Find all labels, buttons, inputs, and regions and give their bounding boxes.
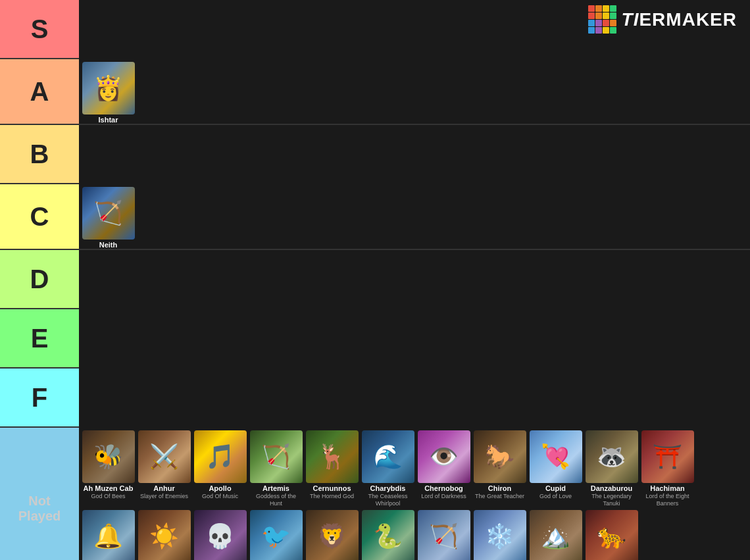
tier-content-f[interactable] — [79, 369, 750, 428]
hero-card-charybdis[interactable]: 🌊CharybdisThe Ceaseless Whirlpool — [360, 429, 416, 509]
tier-content-d[interactable] — [79, 250, 750, 309]
hero-portrait-chernobog: 👁️ — [418, 430, 470, 483]
tier-content-e[interactable] — [79, 309, 750, 369]
hero-name-hachiman: Hachiman — [650, 484, 685, 493]
hero-icon-anhur: ⚔️ — [149, 445, 179, 469]
hero-title-anhur: Slayer of Enemies — [140, 493, 188, 500]
tier-label-e: E — [0, 309, 79, 367]
hero-card-chiron[interactable]: 🐎ChironThe Great Teacher — [472, 429, 528, 501]
hero-portrait-xbalanque: 🐆 — [586, 510, 638, 560]
hero-icon-cernunnos: 🦌 — [317, 445, 347, 469]
hero-name-neith: Neith — [99, 241, 118, 249]
hero-icon-apollo: 🎵 — [205, 445, 235, 469]
hero-icon-houyi: ☀️ — [149, 524, 179, 548]
hero-card-danzaburou[interactable]: 🦝DanzaburouThe Legendary Tanuki — [584, 429, 639, 509]
tier-content-c[interactable]: 🏹NeithWeaver of Fate — [79, 184, 750, 249]
hero-name-cupid: Cupid — [545, 484, 566, 493]
hero-portrait-cernunnos: 🦌 — [306, 430, 359, 483]
tier-content-b[interactable] — [79, 125, 750, 184]
tier-row-b: B — [0, 125, 750, 184]
hero-portrait-jingwei: 🐦 — [250, 510, 303, 560]
hero-portrait-medusa: 🐍 — [362, 510, 414, 560]
tier-label-a: A — [0, 59, 79, 124]
hero-portrait-cupid: 💘 — [530, 430, 582, 483]
hero-icon-danzaburou: 🦝 — [597, 445, 626, 469]
hero-card-anhur[interactable]: ⚔️AnhurSlayer of Enemies — [136, 429, 192, 501]
hero-card-jingwei[interactable]: 🐦Jing WeiThe Oathkeeper — [248, 509, 304, 560]
hero-title-cupid: God of Love — [539, 493, 572, 500]
hero-portrait-martichoras: 🦁 — [306, 510, 359, 560]
hero-card-neith[interactable]: 🏹NeithWeaver of Fate — [80, 186, 136, 258]
hero-icon-charybdis: 🌊 — [373, 445, 403, 469]
hero-title-hachiman: Lord of the Eight Banners — [641, 493, 694, 507]
hero-name-ahmuzen: Ah Muzen Cab — [84, 484, 134, 493]
hero-name-artemis: Artemis — [262, 484, 289, 493]
logo-cell — [610, 13, 616, 19]
logo-cell — [603, 5, 609, 12]
logo-cell — [588, 13, 595, 19]
hero-name-apollo: Apollo — [209, 484, 231, 493]
hero-name-anhur: Anhur — [153, 484, 174, 493]
hero-name-cernunnos: Cernunnos — [312, 484, 351, 493]
tier-label-c: C — [0, 184, 79, 249]
not-played-row: Not Played🐝Ah Muzen CabGod Of Bees⚔️Anhu… — [0, 428, 750, 560]
hero-card-houyi[interactable]: ☀️Hou YiDefender of the Earth — [136, 509, 192, 560]
hero-card-medusa[interactable]: 🐍MedusaThe Gorgon — [360, 509, 416, 560]
hero-card-rama[interactable]: 🏹RamaSeventh Avatar of Vishnu — [416, 509, 472, 560]
header: Tiermaker — [588, 5, 737, 34]
tier-label-f: F — [0, 369, 79, 426]
logo-cell — [595, 13, 602, 19]
hero-title-cernunnos: The Horned God — [310, 493, 354, 500]
hero-icon-jingwei: 🐦 — [261, 524, 291, 548]
hero-card-xbalanque[interactable]: 🐆XbalanqueHidden Jaguar Sun — [584, 509, 639, 560]
logo-cell — [588, 5, 595, 12]
hero-icon-ullr: 🏔️ — [541, 524, 570, 548]
hero-portrait-ullr: 🏔️ — [530, 510, 582, 560]
hero-name-danzaburou: Danzaburou — [591, 484, 633, 493]
tier-label-s: S — [0, 0, 79, 58]
logo-grid — [588, 5, 616, 34]
hero-icon-heimdallr: 🔔 — [93, 524, 123, 548]
hero-card-chernobog[interactable]: 👁️ChernobogLord of Darkness — [416, 429, 472, 501]
hero-card-cupid[interactable]: 💘CupidGod of Love — [528, 429, 584, 501]
logo-cell — [588, 20, 595, 26]
tier-label-d: D — [0, 250, 79, 308]
hero-icon-hachiman: ⛩️ — [653, 445, 682, 469]
logo-cell — [610, 27, 616, 34]
hero-portrait-charybdis: 🌊 — [362, 430, 414, 483]
logo-cell — [595, 5, 602, 12]
hero-card-artemis[interactable]: 🏹ArtemisGoddess of the Hunt — [248, 429, 304, 509]
hero-portrait-ishtar: 👸 — [82, 62, 135, 115]
hero-icon-martichoras: 🦁 — [317, 524, 347, 548]
hero-portrait-apollo: 🎵 — [194, 430, 247, 483]
tier-label-b: B — [0, 125, 79, 183]
hero-title-chiron: The Great Teacher — [475, 493, 524, 500]
hero-icon-ishtar: 👸 — [93, 76, 123, 100]
logo-cell — [595, 20, 602, 26]
hero-card-heimdallr[interactable]: 🔔HeimdallrThe Vigilant — [80, 509, 136, 560]
hero-card-cernunnos[interactable]: 🦌CernunnosThe Horned God — [304, 429, 360, 501]
hero-icon-chiron: 🐎 — [485, 445, 514, 469]
hero-portrait-danzaburou: 🦝 — [586, 430, 638, 483]
hero-icon-skadi: ❄️ — [485, 524, 514, 548]
hero-card-hachiman[interactable]: ⛩️HachimanLord of the Eight Banners — [639, 429, 695, 509]
hero-icon-artemis: 🏹 — [261, 445, 291, 469]
tier-content-a[interactable]: 👸IshtarGoddess of Love and War — [79, 59, 750, 124]
hero-title-danzaburou: The Legendary Tanuki — [585, 493, 638, 507]
tier-row-c: C🏹NeithWeaver of Fate — [0, 184, 750, 250]
hero-icon-chernobog: 👁️ — [429, 445, 459, 469]
logo-cell — [610, 5, 616, 12]
not-played-content[interactable]: 🐝Ah Muzen CabGod Of Bees⚔️AnhurSlayer of… — [79, 428, 750, 560]
tier-row-d: D — [0, 250, 750, 309]
hero-card-martichoras[interactable]: 🦁MartichorasThe Manticore King — [304, 509, 360, 560]
hero-portrait-skadi: ❄️ — [474, 510, 526, 560]
hero-card-ullr[interactable]: 🏔️UllrThe Glorious One — [528, 509, 584, 560]
hero-icon-xbalanque: 🐆 — [597, 524, 626, 548]
hero-portrait-heimdallr: 🔔 — [82, 510, 135, 560]
hero-card-ahmuzen[interactable]: 🐝Ah Muzen CabGod Of Bees — [80, 429, 136, 501]
hero-card-apollo[interactable]: 🎵ApolloGod Of Music — [192, 429, 248, 501]
hero-title-chernobog: Lord of Darkness — [421, 493, 466, 500]
hero-card-izanami[interactable]: 💀IzanamiMatron of the Dead — [192, 509, 248, 560]
hero-card-skadi[interactable]: ❄️SkadiGoddess of Winter — [472, 509, 528, 560]
tier-table: SA👸IshtarGoddess of Love and WarBC🏹Neith… — [0, 0, 750, 560]
